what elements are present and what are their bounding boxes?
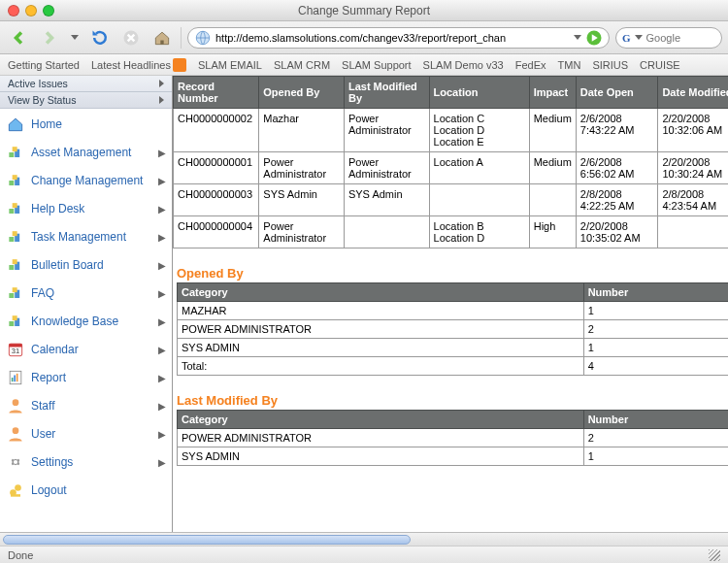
chevron-right-icon: ▶ xyxy=(158,373,166,383)
cell-dmod: 2/8/2008 4:23:54 AM xyxy=(658,184,728,216)
sidebar-item-change-management[interactable]: Change Management▶ xyxy=(0,167,172,195)
bookmark-bar: Getting Started Latest Headlines SLAM EM… xyxy=(0,54,728,76)
svg-rect-28 xyxy=(12,378,14,381)
bookmark-item[interactable]: SIRIUS xyxy=(592,59,628,71)
sidebar-item-logout[interactable]: Logout xyxy=(0,477,172,505)
cell-rec: CH0000000001 xyxy=(174,152,259,184)
bookmark-item[interactable]: SLAM EMAIL xyxy=(198,59,262,71)
search-input[interactable] xyxy=(646,32,715,44)
summary-header: Number xyxy=(583,411,728,429)
home-icon xyxy=(6,115,25,134)
cell-opened: Power Administrator xyxy=(259,216,345,248)
bookmark-item[interactable]: SLAM Demo v33 xyxy=(423,59,504,71)
report-column-header[interactable]: Location xyxy=(429,77,529,109)
history-dropdown[interactable] xyxy=(68,35,82,40)
svg-rect-18 xyxy=(9,293,14,298)
cell-dmod: 2/20/2008 10:30:24 AM xyxy=(658,152,728,184)
bookmark-item[interactable]: SLAM CRM xyxy=(274,59,330,71)
sidebar-item-label: Change Management xyxy=(31,174,152,187)
sidebar-item-home[interactable]: Home xyxy=(0,111,172,139)
report-icon xyxy=(6,368,25,387)
svg-rect-29 xyxy=(14,376,16,382)
go-icon[interactable] xyxy=(585,29,603,47)
table-row: POWER ADMINISTRATOR250% xyxy=(178,429,729,447)
report-column-header[interactable]: Date Modified xyxy=(658,77,728,109)
svg-point-35 xyxy=(15,484,21,491)
sidebar-item-bulletin-board[interactable]: Bulletin Board▶ xyxy=(0,251,172,280)
sidebar-item-help-desk[interactable]: Help Desk▶ xyxy=(0,195,172,223)
sidebar-item-task-management[interactable]: Task Management▶ xyxy=(0,223,172,251)
bookmark-item[interactable]: Latest Headlines xyxy=(91,58,186,72)
cell-dmod xyxy=(658,216,728,248)
sidebar-item-staff[interactable]: Staff▶ xyxy=(0,392,172,420)
chevron-right-icon: ▶ xyxy=(158,232,166,243)
sidebar-item-knowledge-base[interactable]: Knowledge Base▶ xyxy=(0,308,172,336)
cell-opened: Mazhar xyxy=(259,109,345,152)
svg-rect-23 xyxy=(13,315,17,320)
url-text: http://demo.slamsolutions.com/changev33/… xyxy=(215,32,570,44)
report-column-header[interactable]: Opened By xyxy=(259,77,345,109)
summary-title: Last Modified By xyxy=(177,393,728,408)
sidebar-item-label: Settings xyxy=(31,455,152,469)
sidebar-item-report[interactable]: Report▶ xyxy=(0,364,172,392)
filter-view-by-status[interactable]: View By Status xyxy=(0,92,172,109)
browser-toolbar: http://demo.slamsolutions.com/changev33/… xyxy=(0,21,728,54)
summary-title: Opened By xyxy=(177,266,728,281)
sidebar-item-calendar[interactable]: 31Calendar▶ xyxy=(0,336,172,364)
sidebar-menu: HomeAsset Management▶Change Management▶H… xyxy=(0,109,172,507)
report-column-header[interactable]: Last Modified By xyxy=(344,77,429,109)
home-icon xyxy=(152,28,172,48)
table-row[interactable]: CH0000000002MazharPower AdministratorLoc… xyxy=(174,109,729,152)
summary-total-row: Total:4 xyxy=(178,357,729,376)
back-button[interactable] xyxy=(6,25,31,50)
cell-loc xyxy=(429,184,529,216)
chevron-down-icon[interactable] xyxy=(635,35,643,40)
chevron-right-icon: ▶ xyxy=(158,401,166,412)
reload-icon xyxy=(90,28,110,48)
scrollbar-thumb[interactable] xyxy=(3,535,411,545)
summary-table: CategoryNumberPercentMAZHAR125%POWER ADM… xyxy=(177,282,728,376)
table-row[interactable]: CH0000000001Power AdministratorPower Adm… xyxy=(174,152,729,184)
report-column-header[interactable]: Impact xyxy=(529,77,576,109)
report-column-header[interactable]: Date Open xyxy=(576,77,658,109)
report-pane[interactable]: Record NumberOpened ByLast Modified ByLo… xyxy=(173,76,728,544)
cell-modified xyxy=(344,216,429,248)
cell-dopen: 2/8/2008 4:22:25 AM xyxy=(576,184,658,216)
bookmark-item[interactable]: FedEx xyxy=(515,59,546,71)
bookmark-item[interactable]: Getting Started xyxy=(8,59,80,71)
bookmark-item[interactable]: CRUISE xyxy=(640,59,680,71)
sidebar-item-faq[interactable]: FAQ▶ xyxy=(0,280,172,308)
report-column-header[interactable]: Record Number xyxy=(174,77,259,109)
sidebar-item-label: Help Desk xyxy=(31,202,152,215)
horizontal-scrollbar[interactable] xyxy=(0,532,728,546)
svg-rect-20 xyxy=(13,287,17,292)
address-bar[interactable]: http://demo.slamsolutions.com/changev33/… xyxy=(187,27,610,49)
arrow-left-icon xyxy=(9,28,28,48)
forward-button[interactable] xyxy=(37,25,62,50)
svg-rect-3 xyxy=(9,152,14,157)
filter-active-issues[interactable]: Active Issues xyxy=(0,76,172,92)
globe-icon xyxy=(194,29,212,47)
sidebar-item-label: Staff xyxy=(31,399,152,413)
search-bar[interactable]: G xyxy=(615,27,722,49)
cell-loc: Location C Location D Location E xyxy=(429,109,529,152)
asset-icon xyxy=(6,143,25,162)
sidebar-item-asset-management[interactable]: Asset Management▶ xyxy=(0,139,172,167)
bookmark-item[interactable]: TMN xyxy=(558,59,581,71)
bookmark-item[interactable]: SLAM Support xyxy=(342,59,412,71)
reload-button[interactable] xyxy=(87,25,113,50)
chevron-right-icon: ▶ xyxy=(158,176,166,186)
sidebar-item-label: Home xyxy=(31,117,166,131)
sidebar-item-settings[interactable]: Settings▶ xyxy=(0,448,172,477)
table-row[interactable]: CH0000000004Power AdministratorLocation … xyxy=(174,216,729,248)
task-icon xyxy=(6,227,25,247)
resize-grip[interactable] xyxy=(709,549,720,561)
chevron-down-icon[interactable] xyxy=(574,35,581,40)
home-button[interactable] xyxy=(149,25,175,50)
stop-button[interactable] xyxy=(118,25,144,50)
sidebar-item-user[interactable]: User▶ xyxy=(0,420,172,448)
help-icon xyxy=(6,199,25,218)
svg-point-32 xyxy=(13,427,19,434)
table-row[interactable]: CH0000000003SYS AdminSYS Admin2/8/2008 4… xyxy=(174,184,729,216)
svg-rect-21 xyxy=(9,321,14,326)
